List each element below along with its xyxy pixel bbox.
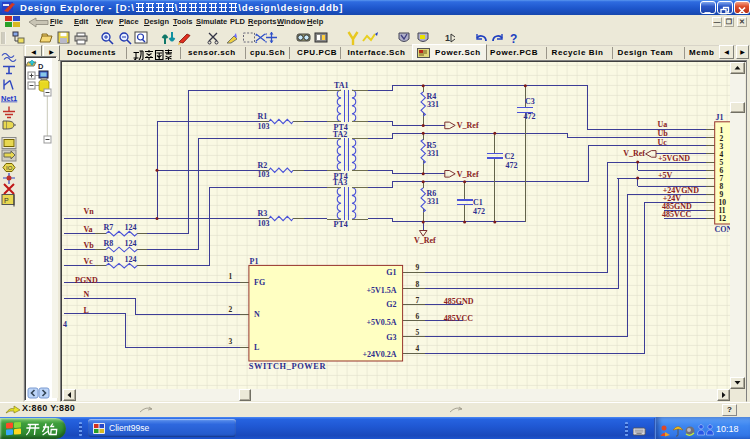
- svg-text:485VCC: 485VCC: [444, 314, 474, 323]
- svg-text:Va: Va: [84, 225, 93, 234]
- svg-text:SWITCH_POWER: SWITCH_POWER: [249, 362, 327, 371]
- svg-text:TA1: TA1: [334, 81, 349, 90]
- svg-text:3: 3: [229, 337, 233, 346]
- svg-text:Net1: Net1: [1, 94, 17, 103]
- svg-text:C3: C3: [525, 97, 535, 106]
- svg-text:G2: G2: [386, 300, 396, 309]
- svg-text:Vc: Vc: [84, 257, 94, 266]
- svg-text:V_Ref: V_Ref: [623, 149, 645, 158]
- svg-text:1: 1: [229, 272, 233, 281]
- svg-text:?: ?: [510, 32, 517, 46]
- svg-text:R7: R7: [104, 223, 114, 232]
- svg-text:472: 472: [506, 161, 518, 170]
- svg-text:PGND: PGND: [75, 276, 98, 285]
- svg-text:R8: R8: [104, 239, 114, 248]
- svg-text:124: 124: [125, 223, 137, 232]
- svg-text:472: 472: [524, 112, 536, 121]
- svg-text:2: 2: [229, 305, 233, 314]
- svg-text:124: 124: [125, 239, 137, 248]
- svg-text:G3: G3: [386, 333, 396, 342]
- svg-text:R2: R2: [258, 161, 268, 170]
- svg-text:Ub: Ub: [658, 129, 669, 138]
- svg-text:124: 124: [125, 255, 137, 264]
- svg-text:R3: R3: [258, 209, 268, 218]
- svg-text:N: N: [254, 310, 260, 319]
- svg-text:9: 9: [416, 263, 420, 272]
- svg-text:331: 331: [427, 100, 439, 109]
- svg-text:C2: C2: [505, 152, 515, 161]
- svg-text:D: D: [38, 62, 44, 71]
- svg-text:+5V: +5V: [658, 171, 673, 180]
- svg-text:472: 472: [473, 207, 485, 216]
- svg-text:R9: R9: [104, 255, 114, 264]
- svg-text:J1: J1: [716, 113, 724, 122]
- svg-text:TA3: TA3: [333, 178, 348, 187]
- svg-text:P1: P1: [250, 257, 259, 266]
- svg-text:+5V0.5A: +5V0.5A: [366, 318, 396, 327]
- svg-text:485GND: 485GND: [444, 297, 474, 306]
- svg-text:8: 8: [416, 280, 420, 289]
- svg-text:Vb: Vb: [84, 241, 95, 250]
- svg-text:485VCC: 485VCC: [662, 210, 692, 219]
- svg-text:V_Ref: V_Ref: [457, 121, 479, 130]
- svg-text:+5VGND: +5VGND: [658, 154, 690, 163]
- svg-text:TA2: TA2: [333, 130, 348, 139]
- svg-text:V_Ref: V_Ref: [414, 236, 436, 245]
- svg-text:PT4: PT4: [334, 220, 348, 229]
- svg-text:Vn: Vn: [84, 207, 95, 216]
- svg-text:103: 103: [258, 219, 270, 228]
- svg-text:N: N: [84, 290, 90, 299]
- svg-text:4: 4: [63, 320, 67, 329]
- svg-text:L: L: [84, 306, 89, 315]
- svg-text:6: 6: [416, 312, 420, 321]
- svg-text:1: 1: [445, 33, 450, 43]
- svg-text:V_Ref: V_Ref: [457, 170, 479, 179]
- svg-text:103: 103: [258, 122, 270, 131]
- svg-text:103: 103: [258, 170, 270, 179]
- svg-text:G1: G1: [386, 268, 396, 277]
- svg-text:331: 331: [427, 197, 439, 206]
- svg-text:7: 7: [416, 296, 420, 305]
- svg-text:Uc: Uc: [658, 138, 668, 147]
- svg-text:Ua: Ua: [658, 120, 668, 129]
- svg-text:L: L: [254, 343, 259, 352]
- svg-text:IO: IO: [6, 165, 13, 171]
- svg-text:331: 331: [427, 149, 439, 158]
- svg-text:CON: CON: [715, 225, 731, 234]
- svg-text:+5V1.5A: +5V1.5A: [366, 286, 396, 295]
- svg-text:4: 4: [416, 344, 420, 353]
- svg-text:FG: FG: [254, 278, 265, 287]
- svg-text:P: P: [4, 197, 9, 204]
- svg-text:12: 12: [719, 214, 727, 223]
- svg-text:5: 5: [416, 328, 420, 337]
- svg-text:+24V0.2A: +24V0.2A: [362, 350, 396, 359]
- svg-text:R1: R1: [258, 112, 268, 121]
